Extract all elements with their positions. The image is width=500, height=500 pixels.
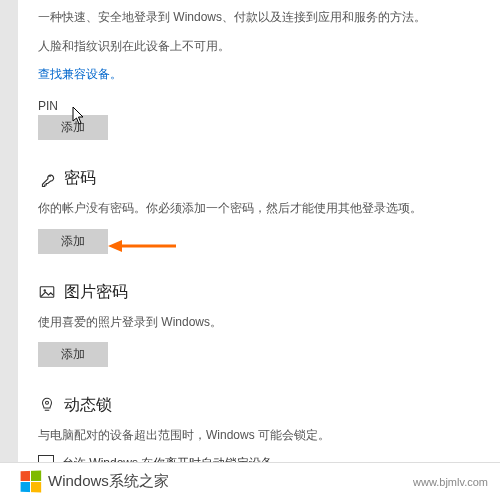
add-password-button[interactable]: 添加 <box>38 229 108 254</box>
pin-label: PIN <box>38 99 500 113</box>
svg-point-0 <box>49 175 51 177</box>
dynamic-lock-title: 动态锁 <box>64 395 112 416</box>
picture-password-section: 图片密码 使用喜爱的照片登录到 Windows。 添加 <box>38 282 500 367</box>
key-icon <box>38 170 56 188</box>
password-section: 密码 你的帐户没有密码。你必须添加一个密码，然后才能使用其他登录选项。 添加 <box>38 168 500 253</box>
watermark-url: www.bjmlv.com <box>413 476 488 488</box>
svg-point-5 <box>46 402 49 405</box>
watermark-footer: Windows系统之家 www.bjmlv.com <box>0 462 500 500</box>
add-pin-button[interactable]: 添加 <box>38 115 108 140</box>
windows-logo-icon <box>21 471 42 493</box>
watermark-brand: Windows系统之家 <box>48 472 169 491</box>
picture-icon <box>38 283 56 301</box>
dynamic-lock-description: 与电脑配对的设备超出范围时，Windows 可能会锁定。 <box>38 426 438 445</box>
password-title: 密码 <box>64 168 96 189</box>
password-description: 你的帐户没有密码。你必须添加一个密码，然后才能使用其他登录选项。 <box>38 199 438 218</box>
signin-options-panel: 一种快速、安全地登录到 Windows、付款以及连接到应用和服务的方法。 人脸和… <box>38 0 500 500</box>
dynamic-lock-icon <box>38 396 56 414</box>
compatible-devices-link[interactable]: 查找兼容设备。 <box>38 66 122 83</box>
picture-password-title: 图片密码 <box>64 282 128 303</box>
hello-unavailable: 人脸和指纹识别在此设备上不可用。 <box>38 37 438 56</box>
settings-sidebar-edge <box>0 0 18 500</box>
hello-description: 一种快速、安全地登录到 Windows、付款以及连接到应用和服务的方法。 <box>38 8 438 27</box>
picture-password-description: 使用喜爱的照片登录到 Windows。 <box>38 313 438 332</box>
add-picture-password-button[interactable]: 添加 <box>38 342 108 367</box>
